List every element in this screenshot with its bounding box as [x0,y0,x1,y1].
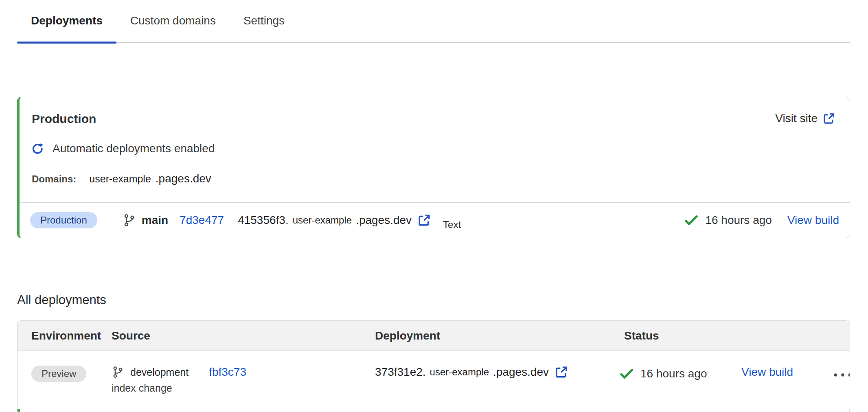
branch-name: development [130,366,189,378]
kebab-menu-icon [833,369,850,381]
environment-badge: Production [30,212,97,228]
deployment-url-suffix: .pages.dev [356,214,412,227]
environment-cell: Preview [31,366,112,382]
production-deployment-row: Production main 7d3e477 415356f3. user-e… [20,202,850,238]
tab-settings-label: Settings [243,14,285,27]
table-header: Environment Source Deployment Status [18,321,850,351]
commit-message: index change [112,382,375,394]
source-branch-group: main [123,214,168,227]
production-card-top: Production Visit site [20,97,850,202]
all-deployments-title: All deployments [17,293,850,307]
tab-bar: Deployments Custom domains Settings [17,0,850,43]
column-deployment: Deployment [375,329,624,342]
deployment-url: 373f31e2. user-example .pages.dev [375,366,619,379]
check-icon [619,366,634,381]
view-build-link[interactable]: View build [741,366,828,379]
commit-link[interactable]: fbf3c73 [209,366,246,379]
deployment-url-suffix: .pages.dev [493,366,549,379]
active-tab-indicator [17,42,116,44]
branch-name: main [142,214,168,227]
environment-badge: Preview [31,366,86,382]
column-status: Status [624,329,850,342]
column-environment: Environment [31,329,112,342]
status-cell: 16 hours ago [619,366,741,381]
refresh-icon [32,143,44,155]
production-card: Production Visit site [17,97,850,238]
external-link-icon [823,112,835,125]
text-annotation: Text [443,219,461,230]
domain-suffix: .pages.dev [156,172,211,185]
production-row-status: 16 hours ago View build [684,213,839,228]
visit-site-label: Visit site [775,112,818,125]
next-row-partial [18,409,850,412]
deployment-url-name: user-example [430,366,489,378]
git-branch-icon [123,214,136,227]
git-branch-icon [112,366,124,378]
domains-row: Domains: user-example .pages.dev [32,172,835,185]
production-card-title: Production [32,112,96,126]
auto-deployments-text: Automatic deployments enabled [53,142,215,155]
all-deployments-table: Environment Source Deployment Status Pre… [17,320,850,412]
more-actions-button[interactable] [829,366,850,384]
tab-custom-domains[interactable]: Custom domains [116,11,230,42]
domain-name: user-example [89,173,151,185]
table-row: Preview development fbf3c73 [18,351,850,409]
column-source: Source [112,329,375,342]
deployment-url-name: user-example [293,215,352,226]
source-cell: development fbf3c73 index change [112,366,375,394]
commit-link[interactable]: 7d3e477 [180,214,224,227]
view-build-link[interactable]: View build [787,214,839,227]
deploy-time: 16 hours ago [705,214,772,227]
deployment-url-prefix: 373f31e2. [375,366,426,379]
source-branch-group: development fbf3c73 [112,366,375,379]
tab-deployments-label: Deployments [31,14,103,27]
external-link-icon[interactable] [418,214,431,227]
tab-settings[interactable]: Settings [230,11,298,42]
deployments-page: Deployments Custom domains Settings Prod… [0,0,868,412]
visit-site-link[interactable]: Visit site [775,112,835,125]
external-link-icon[interactable] [555,366,568,379]
tab-deployments[interactable]: Deployments [17,11,116,42]
deploy-time: 16 hours ago [640,367,707,380]
deployment-url: 415356f3. user-example .pages.dev [238,214,431,227]
check-icon [684,213,699,228]
domains-label: Domains: [32,173,76,185]
production-card-header: Production Visit site [32,112,835,126]
tab-custom-domains-label: Custom domains [130,14,216,27]
auto-deployments-row: Automatic deployments enabled [32,142,835,155]
deployment-url-prefix: 415356f3. [238,214,289,227]
